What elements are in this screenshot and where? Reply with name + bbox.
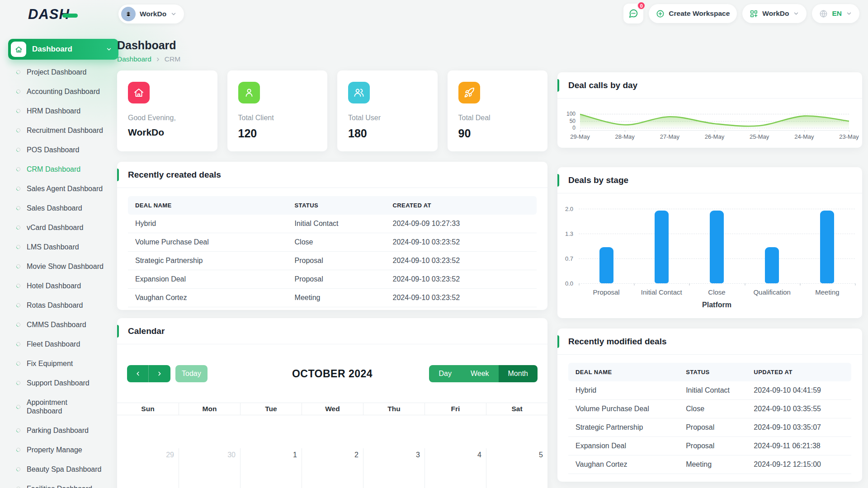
sidebar-item-vcard-dashboard[interactable]: vCard Dashboard [8, 218, 118, 237]
sidebar-item-label: Parking Dashboard [27, 426, 89, 435]
table-cell: Initial Contact [679, 381, 746, 400]
users-icon [348, 82, 370, 103]
calendar-day-2[interactable]: 2 [302, 448, 363, 488]
calendar-view-day[interactable]: Day [429, 365, 461, 382]
app-logo[interactable]: DASH [28, 6, 78, 23]
bullet-icon [15, 225, 21, 230]
x-axis-label: 25-May [750, 133, 769, 140]
sidebar-item-sales-dashboard[interactable]: Sales Dashboard [8, 198, 118, 218]
sidebar-item-recruitment-dashboard[interactable]: Recruitment Dashboard [8, 121, 118, 140]
table-cell: Meeting [679, 455, 746, 474]
sidebar-item-fix-equipment[interactable]: Fix Equipment [8, 354, 118, 373]
card-title: Deal calls by day [568, 80, 637, 90]
sidebar-item-crm-dashboard[interactable]: CRM Dashboard [8, 160, 118, 179]
card-title: Recently created deals [128, 170, 221, 180]
stat-label: Good Evening, [128, 114, 207, 122]
x-axis-label: Qualification [753, 288, 791, 296]
sidebar-item-hrm-dashboard[interactable]: HRM Dashboard [8, 101, 118, 121]
language-selector[interactable]: EN [812, 4, 859, 23]
axis-tick [745, 283, 745, 286]
create-workspace-button[interactable]: Create Workspace [649, 4, 737, 23]
table-row: Expansion DealProposal2024-09-10 03:23:5… [128, 270, 537, 289]
gridline [579, 283, 855, 284]
calendar-day-29[interactable]: 29 [117, 448, 179, 488]
bar-initial-contact [655, 211, 669, 283]
calendar-day-1[interactable]: 1 [240, 448, 302, 488]
weekday-header: Thu [363, 403, 425, 415]
bar-meeting [820, 211, 834, 283]
sidebar-item-support-dashboard[interactable]: Support Dashboard [8, 373, 118, 393]
language-label: EN [832, 9, 842, 18]
messages-button[interactable]: 0 [623, 4, 643, 23]
stat-card-total-user: Total User180 [337, 70, 438, 151]
bullet-icon [15, 69, 21, 75]
weekday-header: Sun [117, 403, 179, 415]
calendar-day-4[interactable]: 4 [425, 448, 486, 488]
sidebar-item-pos-dashboard[interactable]: POS Dashboard [8, 140, 118, 160]
sidebar-item-property-manage[interactable]: Property Manage [8, 440, 118, 460]
deal-calls-by-day-card: Deal calls by day 10050029-May28-May27-M… [557, 72, 862, 148]
sidebar-item-fleet-dashboard[interactable]: Fleet Dashboard [8, 334, 118, 354]
sidebar-item-label: Sales Agent Dashboard [27, 184, 103, 193]
table-cell: Strategic Partnership [128, 252, 288, 270]
calendar-day-30[interactable]: 30 [179, 448, 240, 488]
sidebar-item-label: Fix Equipment [27, 359, 73, 368]
y-axis-label: 0.7 [565, 255, 573, 262]
day-number: 4 [429, 451, 481, 459]
sidebar-item-parking-dashboard[interactable]: Parking Dashboard [8, 421, 118, 440]
calendar-day-3[interactable]: 3 [363, 448, 425, 488]
bullet-icon [15, 263, 21, 269]
bar-qualification [765, 247, 779, 284]
page-title: Dashboard [117, 39, 180, 52]
sidebar-item-hotel-dashboard[interactable]: Hotel Dashboard [8, 276, 118, 296]
calendar-view-week[interactable]: Week [461, 365, 499, 382]
stat-card-total-deal: Total Deal90 [448, 70, 548, 151]
breadcrumb-separator-icon [155, 56, 161, 62]
table-cell: 2024-09-10 03:23:52 [386, 233, 537, 252]
home-icon [128, 82, 150, 103]
sidebar-item-sales-agent-dashboard[interactable]: Sales Agent Dashboard [8, 179, 118, 198]
day-number: 5 [491, 451, 543, 459]
sidebar-item-label: Accounting Dashboard [27, 87, 100, 96]
table-row: HybridInitial Contact2024-09-10 04:41:59 [568, 381, 851, 400]
breadcrumb-root-link[interactable]: Dashboard [117, 55, 151, 63]
sidebar-item-movie-show-dashboard[interactable]: Movie Show Dashboard [8, 257, 118, 276]
sidebar-item-cmms-dashboard[interactable]: CMMS Dashboard [8, 315, 118, 334]
sidebar-item-label: CMMS Dashboard [27, 320, 86, 329]
bullet-icon [15, 404, 21, 410]
logo-dash-icon [62, 14, 78, 18]
axis-tick [800, 283, 801, 286]
sidebar-item-lms-dashboard[interactable]: LMS Dashboard [8, 237, 118, 257]
column-header: STATUS [288, 196, 386, 215]
company-menu-button[interactable]: WorkDo [742, 4, 807, 23]
table-cell: 2024-09-12 12:15:00 [746, 455, 851, 474]
x-axis-label: Meeting [815, 288, 839, 296]
stat-value: WorkDo [128, 127, 207, 138]
sidebar-item-beauty-spa-dashboard[interactable]: Beauty Spa Dashboard [8, 460, 118, 479]
bullet-icon [15, 89, 21, 94]
sidebar-item-rotas-dashboard[interactable]: Rotas Dashboard [8, 296, 118, 315]
y-axis-label: 2.0 [565, 206, 573, 212]
weekday-header: Sat [486, 403, 547, 415]
calendar-view-month[interactable]: Month [499, 365, 538, 382]
bullet-icon [15, 302, 21, 308]
table-row: Strategic PartnershipProposal2024-09-10 … [568, 418, 851, 437]
day-number: 1 [245, 451, 297, 459]
workspace-selector[interactable]: WorkDo [118, 5, 184, 23]
sidebar-item-project-dashboard[interactable]: Project Dashboard [8, 62, 118, 82]
sidebar-item-appointment-dashboard[interactable]: Appointment Dashboard [8, 393, 118, 421]
day-number: 29 [122, 451, 174, 459]
table-cell: Expansion Deal [128, 270, 288, 289]
recently-created-deals-table: DEAL NAMESTATUSCREATED ATHybridInitial C… [128, 196, 537, 307]
sidebar-item-facilities-dashboard[interactable]: Facilities Dashboard [8, 479, 118, 488]
calendar-day-5[interactable]: 5 [486, 448, 547, 488]
bullet-icon [15, 127, 21, 133]
chevron-down-icon [846, 10, 852, 17]
sidebar-item-accounting-dashboard[interactable]: Accounting Dashboard [8, 82, 118, 101]
bullet-icon [15, 361, 21, 366]
card-header: Calendar [117, 318, 547, 344]
x-axis-label: 23-May [839, 133, 859, 140]
sidebar-dashboard-toggle[interactable]: Dashboard [8, 39, 118, 60]
globe-icon [819, 9, 828, 18]
column-header: UPDATED AT [746, 363, 851, 381]
